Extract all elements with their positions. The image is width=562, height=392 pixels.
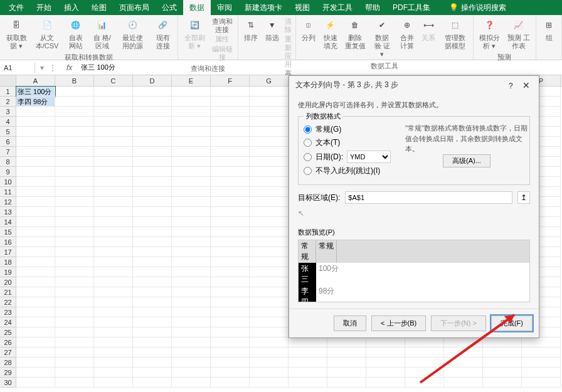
cell[interactable]: [172, 347, 211, 358]
tab-formula[interactable]: 公式: [156, 0, 183, 16]
cell[interactable]: [16, 327, 55, 337]
cell[interactable]: [211, 287, 250, 297]
cell[interactable]: [94, 207, 133, 217]
cell[interactable]: [16, 147, 55, 157]
date-format-select[interactable]: YMD: [347, 151, 391, 163]
cell[interactable]: [16, 317, 55, 327]
cell[interactable]: [94, 97, 133, 107]
cell[interactable]: [483, 378, 522, 388]
cell[interactable]: [211, 207, 250, 217]
row-header[interactable]: 12: [0, 197, 16, 207]
cell[interactable]: [55, 267, 94, 277]
cell[interactable]: [211, 267, 250, 277]
cell[interactable]: [172, 207, 211, 217]
cell[interactable]: [172, 197, 211, 207]
col-header[interactable]: E: [172, 75, 211, 86]
cell[interactable]: [327, 337, 366, 347]
tab-draw[interactable]: 绘图: [85, 0, 113, 16]
cell[interactable]: [327, 378, 366, 388]
cell[interactable]: [172, 368, 211, 378]
cell[interactable]: [133, 257, 172, 267]
cell[interactable]: [250, 137, 289, 147]
cell[interactable]: [16, 358, 55, 368]
cell[interactable]: [55, 287, 94, 297]
cell[interactable]: [522, 358, 561, 368]
cell[interactable]: [250, 157, 289, 167]
recent-sources-button[interactable]: 🕘最近使 用的源: [116, 16, 149, 51]
cancel-button[interactable]: 取消: [334, 315, 366, 331]
cell[interactable]: [250, 257, 289, 267]
dropdown-icon[interactable]: ▾: [40, 63, 44, 72]
cell[interactable]: [133, 167, 172, 177]
collapse-dialog-button[interactable]: ↥: [517, 191, 530, 204]
cell[interactable]: [172, 87, 211, 97]
cell[interactable]: [250, 327, 289, 337]
row-header[interactable]: 6: [0, 137, 16, 147]
cell[interactable]: [55, 317, 94, 327]
cell[interactable]: [133, 317, 172, 327]
row-header[interactable]: 22: [0, 297, 16, 307]
row-header[interactable]: 15: [0, 227, 16, 237]
cell[interactable]: [133, 157, 172, 167]
cell[interactable]: [94, 257, 133, 267]
cell[interactable]: [16, 237, 55, 247]
remove-dup-button[interactable]: 🗑删除 重复值: [342, 16, 368, 51]
help-button[interactable]: ?: [504, 82, 518, 90]
cell[interactable]: [172, 237, 211, 247]
cell[interactable]: [16, 297, 55, 307]
forecast-button[interactable]: 📈预测 工作表: [504, 16, 533, 51]
cell[interactable]: [55, 247, 94, 257]
cell[interactable]: [16, 177, 55, 187]
cell[interactable]: [133, 277, 172, 287]
cell[interactable]: [133, 187, 172, 197]
row-header[interactable]: 10: [0, 177, 16, 187]
row-header[interactable]: 14: [0, 217, 16, 227]
cell[interactable]: [94, 267, 133, 277]
cell[interactable]: [522, 378, 561, 388]
from-csv-button[interactable]: 📄从文 本/CSV: [32, 16, 63, 51]
cell[interactable]: [405, 358, 444, 368]
cell[interactable]: [172, 307, 211, 317]
cell[interactable]: [172, 317, 211, 327]
cell[interactable]: [94, 167, 133, 177]
cell[interactable]: [172, 187, 211, 197]
row-header[interactable]: 5: [0, 127, 16, 137]
cell[interactable]: [250, 187, 289, 197]
cell[interactable]: [133, 107, 172, 117]
cell[interactable]: [55, 97, 94, 107]
cell[interactable]: [133, 197, 172, 207]
cell[interactable]: [172, 217, 211, 227]
row-header[interactable]: 4: [0, 117, 16, 127]
cell[interactable]: [94, 87, 133, 97]
cell[interactable]: [366, 337, 405, 347]
row-header[interactable]: 11: [0, 187, 16, 197]
col-header[interactable]: B: [55, 75, 94, 86]
col-header[interactable]: A: [16, 75, 55, 86]
cell[interactable]: [133, 337, 172, 347]
radio-text[interactable]: [304, 139, 312, 147]
row-header[interactable]: 30: [0, 378, 16, 388]
cell[interactable]: [289, 347, 327, 358]
cell[interactable]: [133, 87, 172, 97]
cell[interactable]: [289, 378, 327, 388]
cell[interactable]: [55, 237, 94, 247]
cell[interactable]: [133, 297, 172, 307]
advanced-button[interactable]: 高级(A)...: [443, 154, 490, 167]
cell[interactable]: [250, 197, 289, 207]
cell[interactable]: [16, 117, 55, 127]
cell[interactable]: [211, 87, 250, 97]
cell[interactable]: [250, 107, 289, 117]
cell[interactable]: [250, 368, 289, 378]
cell[interactable]: [444, 358, 483, 368]
cell[interactable]: 李四 98分: [16, 97, 55, 107]
cell[interactable]: [16, 107, 55, 117]
cell[interactable]: [16, 247, 55, 257]
cell[interactable]: [94, 237, 133, 247]
cell[interactable]: [172, 327, 211, 337]
cell[interactable]: [133, 247, 172, 257]
cell[interactable]: [16, 197, 55, 207]
col-header[interactable]: F: [211, 75, 250, 86]
from-web-button[interactable]: 🌐自表 网站: [63, 16, 88, 51]
cell[interactable]: [133, 267, 172, 277]
tab-newtab[interactable]: 新建选项卡: [238, 0, 289, 16]
